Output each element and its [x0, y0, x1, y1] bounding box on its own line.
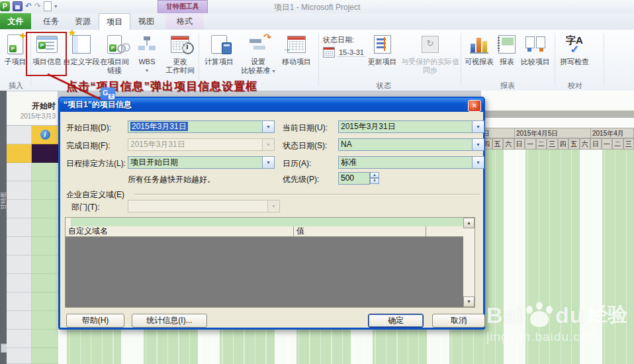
table-row[interactable] — [7, 237, 58, 255]
table-row[interactable] — [7, 218, 58, 237]
tab-format[interactable]: 格式 — [165, 13, 204, 29]
cwt-label-1: 更改 — [173, 58, 187, 66]
calendar-combo[interactable]: 标准 ▼ — [338, 156, 484, 169]
ok-button[interactable]: 确定 — [368, 314, 424, 328]
current-date-combo[interactable]: 2015年3月31日 ▼ — [338, 120, 484, 133]
dialog-title-bar[interactable]: “项目1”的项目信息 — [60, 98, 484, 112]
p-badge: P — [9, 45, 17, 52]
table-row[interactable] — [7, 311, 58, 330]
schedule-from-dropdown-icon[interactable]: ▼ — [262, 157, 274, 168]
help-button[interactable]: 帮助(H) — [66, 314, 124, 328]
table-row[interactable] — [7, 274, 58, 293]
table-header-value[interactable]: 值 — [294, 226, 426, 237]
spin-up-icon[interactable]: ▲ — [370, 172, 379, 178]
set-baseline-label-1: 设置 — [251, 58, 265, 66]
table-row[interactable] — [7, 293, 58, 311]
priority-spinner[interactable]: ▲ ▼ — [370, 172, 379, 185]
dialog-close-button[interactable]: ✕ — [468, 100, 481, 112]
table-row[interactable]: i — [7, 126, 58, 144]
priority-input[interactable]: 500 — [338, 172, 370, 185]
subproject-icon: P✚ — [7, 34, 23, 54]
translate-wen: 文 — [109, 94, 114, 99]
group-label-status: 状态 — [367, 81, 400, 91]
start-date-combo[interactable]: 2015年3月31日 ▼ — [128, 120, 275, 133]
update-project-button[interactable]: 更新项目 — [364, 32, 400, 66]
group-separator — [461, 33, 461, 86]
status-date-value[interactable]: 15-3-31 — [337, 48, 366, 57]
wbs-button[interactable]: WBS ▾ — [132, 32, 161, 75]
move-project-button[interactable]: → 移动项目 — [278, 32, 315, 66]
table-scrollbar[interactable]: ▲ ▼ — [463, 218, 475, 307]
department-label: 部门(T): — [71, 202, 100, 213]
column-header-start-time[interactable]: 开始时 2015年3月3 — [7, 91, 58, 126]
cancel-button[interactable]: 取消 — [432, 314, 485, 328]
tab-project[interactable]: 项目 — [99, 13, 130, 30]
subproject-button[interactable]: P✚ 子项目 — [1, 32, 29, 66]
info-icon[interactable]: i — [40, 130, 50, 140]
row-cell: i — [32, 126, 58, 144]
timescale-day: 二 — [612, 138, 623, 150]
table-row[interactable] — [7, 163, 58, 181]
links-between-projects-icon: P — [107, 35, 122, 54]
calendar-dropdown-icon[interactable]: ▼ — [472, 157, 484, 168]
column-header-line1: 开始时 — [7, 101, 56, 112]
visual-reports-button[interactable]: 可视报表 — [462, 32, 496, 66]
subproject-label: 子项目 — [5, 58, 26, 66]
compare-projects-button[interactable]: 比较项目 — [518, 32, 553, 66]
group-label-insert: 插入 — [3, 81, 29, 91]
custom-fields-button[interactable]: ★ 自定义字段 — [65, 32, 98, 66]
reports-button[interactable]: 报表 — [496, 32, 518, 66]
set-baseline-dropdown-arrow[interactable]: ▾ — [273, 68, 275, 74]
group-label-reports: 报表 — [491, 81, 524, 91]
change-working-time-button[interactable]: 更改 工作时间 — [163, 32, 197, 75]
project-information-dialog: “项目1”的项目信息 ✕ 开始日期(D): 2015年3月31日 ▼ 当前日期(… — [58, 97, 485, 330]
timeline-splitter-band[interactable] — [481, 111, 634, 118]
spelling-button[interactable]: 字A✓ 拼写检查 — [557, 32, 592, 66]
group-separator — [604, 33, 604, 86]
wbs-dropdown-arrow[interactable]: ▾ — [146, 66, 148, 75]
timescale-day: 一 — [602, 138, 613, 150]
status-date-combo[interactable]: NA ▼ — [338, 138, 484, 151]
start-date-dropdown-icon[interactable]: ▼ — [262, 121, 274, 132]
set-baseline-button[interactable]: ↷ 设置 比较基准 ▾ — [240, 32, 277, 75]
scroll-up-icon[interactable]: ▲ — [463, 218, 475, 228]
view-bar: 甘特图 — [0, 91, 7, 364]
calculate-project-button[interactable]: 计算项目 — [201, 32, 237, 66]
ribbon-tab-row: 文件 任务 资源 项目 视图 格式 — [0, 13, 634, 30]
tab-file[interactable]: 文件 — [0, 13, 31, 29]
table-row[interactable] — [7, 348, 58, 364]
table-row[interactable] — [7, 181, 58, 200]
calendar-value: 标准 — [341, 158, 357, 167]
table-header-blank — [426, 226, 465, 237]
row-cell — [7, 144, 32, 163]
status-date-dropdown-icon[interactable]: ▼ — [472, 139, 484, 150]
timeline-upper-band — [481, 91, 634, 111]
timescale-day: 日 — [590, 138, 602, 150]
table-top-row[interactable] — [71, 218, 465, 227]
translate-g: G — [103, 89, 109, 97]
save-icon[interactable] — [13, 1, 23, 11]
links-between-projects-button[interactable]: P 在项目间 链接 — [98, 32, 131, 75]
tab-task[interactable]: 任务 — [36, 13, 66, 29]
current-date-dropdown-icon[interactable]: ▼ — [472, 121, 484, 132]
tab-resource[interactable]: 资源 — [68, 13, 98, 29]
translate-icon[interactable]: G 文 — [101, 87, 115, 100]
check-glyph: ✓ — [570, 46, 579, 54]
schedule-from-combo[interactable]: 项目开始日期 ▼ — [128, 156, 275, 169]
gantt-timescale-header[interactable]: 日 2015年4月5日 2015年4月 四 五 六 日 一 二 三 四 五 六 … — [481, 128, 634, 150]
spin-down-icon[interactable]: ▼ — [370, 178, 379, 184]
compare-projects-icon — [525, 36, 545, 52]
table-row[interactable] — [7, 144, 58, 163]
tab-view[interactable]: 视图 — [131, 13, 161, 29]
contextual-tab-group-header: 甘特图工具 — [158, 0, 208, 13]
table-row[interactable] — [7, 200, 58, 218]
table-row[interactable] — [7, 255, 58, 274]
timescale-day: 五 — [492, 138, 504, 150]
watermark: Bai du 经验 jingyan.baidu.com — [486, 301, 627, 344]
wbs-label: WBS — [138, 58, 155, 66]
scroll-down-icon[interactable]: ▼ — [463, 296, 475, 307]
table-header-field-name[interactable]: 自定义域名 — [66, 226, 294, 237]
schedule-note: 所有任务越快开始越好。 — [128, 174, 215, 185]
table-row[interactable] — [7, 330, 58, 348]
statistics-button[interactable]: 统计信息(I)... — [132, 314, 207, 328]
